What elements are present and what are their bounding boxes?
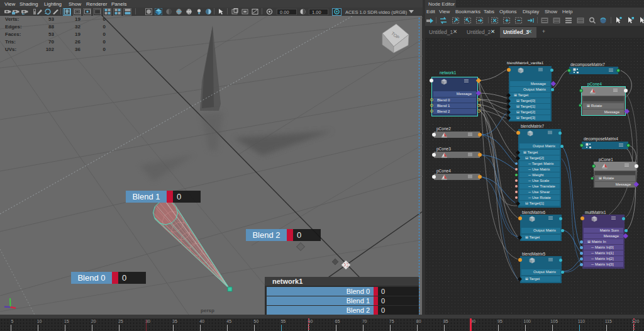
svg-text:persp: persp <box>201 308 214 313</box>
